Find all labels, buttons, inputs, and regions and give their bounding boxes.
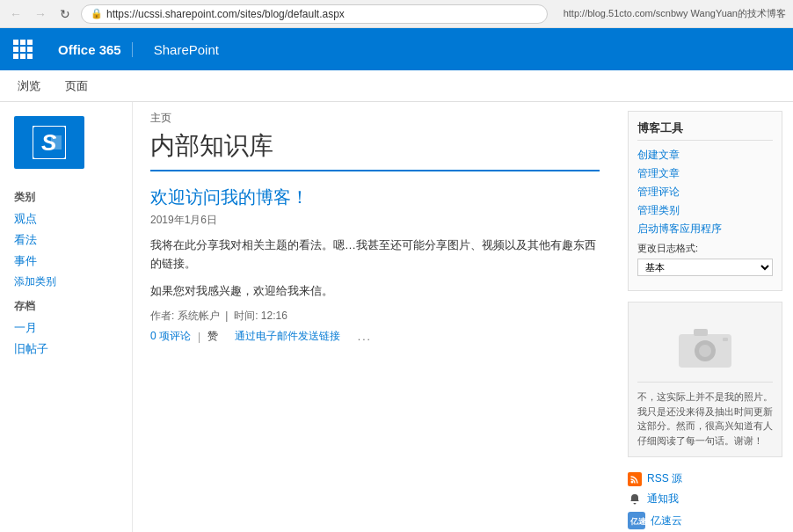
url-bar[interactable]: 🔒 https://ucssi.sharepoint.com/sites/blo… <box>81 4 548 24</box>
refresh-button[interactable]: ↻ <box>56 5 74 23</box>
notify-link[interactable]: 通知我 <box>647 492 679 506</box>
yunsu-link[interactable]: 亿速云 <box>651 514 682 528</box>
photo-description: 不，这实际上并不是我的照片。我只是还没来得及抽出时间更新这部分。然而，很高兴知道… <box>637 382 773 448</box>
add-category-link[interactable]: 添加类别 <box>0 272 132 292</box>
post-like-button[interactable]: 赞 <box>207 329 218 344</box>
tools-widget-title: 博客工具 <box>637 120 773 141</box>
post-title[interactable]: 欢迎访问我的博客！ <box>150 186 600 209</box>
sp-subnav: 浏览 页面 <box>0 70 793 102</box>
rss-row: RSS 源 <box>628 471 782 486</box>
archive-label: 存档 <box>0 292 132 317</box>
rss-icon <box>628 472 642 486</box>
logo-letter: S <box>33 126 66 159</box>
post-date: 2019年1月6日 <box>150 213 600 228</box>
main-layout: S 类别 观点 看法 事件 添加类别 存档 一月 旧帖子 主页 内部知识库 欢迎… <box>0 102 793 532</box>
sidebar-item-opinion[interactable]: 看法 <box>0 230 132 251</box>
footer-links: RSS 源 通知我 亿速 亿速云 <box>628 468 782 529</box>
post-more-button[interactable]: ... <box>358 331 372 343</box>
post-comments-link[interactable]: 0 项评论 <box>150 329 191 344</box>
manage-categories-link[interactable]: 管理类别 <box>637 203 773 218</box>
yunsu-icon: 亿速 <box>628 512 645 529</box>
subnav-browse[interactable]: 浏览 <box>14 71 44 101</box>
back-button[interactable]: ← <box>7 5 25 23</box>
o365-brand-label[interactable]: Office 365 <box>47 42 133 57</box>
sidebar-item-old[interactable]: 旧帖子 <box>0 339 132 360</box>
svg-text:亿速: 亿速 <box>629 517 645 526</box>
sharepoint-logo-icon: S <box>33 127 65 158</box>
post-time: 时间: 12:16 <box>234 310 287 322</box>
sidebar-item-event[interactable]: 事件 <box>0 251 132 272</box>
extra-text: http://blog.51cto.com/scnbwy WangYuan的技术… <box>564 7 786 20</box>
yunsu-row: 亿速 亿速云 <box>628 512 782 529</box>
rss-link[interactable]: RSS 源 <box>647 471 682 486</box>
waffle-icon <box>13 40 33 59</box>
post-body-1: 我将在此分享我对相关主题的看法。嗯…我甚至还可能分享图片、视频以及其他有趣东西的… <box>150 237 600 273</box>
svg-point-8 <box>631 480 634 483</box>
subnav-page[interactable]: 页面 <box>62 71 91 101</box>
lock-icon: 🔒 <box>91 8 103 19</box>
content-area: 主页 内部知识库 欢迎访问我的博客！ 2019年1月6日 我将在此分享我对相关主… <box>132 102 617 532</box>
photo-widget: 不，这实际上并不是我的照片。我只是还没来得及抽出时间更新这部分。然而，很高兴知道… <box>628 302 782 457</box>
post-email-link[interactable]: 通过电子邮件发送链接 <box>235 329 340 344</box>
format-select-row: 基本 标准 高级 <box>637 259 773 276</box>
forward-button[interactable]: → <box>32 5 49 23</box>
sharepoint-brand-label[interactable]: SharePoint <box>143 42 219 57</box>
svg-rect-6 <box>694 329 708 336</box>
post-actions: 0 项评论 | 赞 通过电子邮件发送链接 ... <box>150 329 600 344</box>
page-title: 内部知识库 <box>150 129 600 171</box>
create-post-link[interactable]: 创建文章 <box>637 148 773 163</box>
launch-app-link[interactable]: 启动博客应用程序 <box>637 222 773 237</box>
sidebar-item-january[interactable]: 一月 <box>0 317 132 339</box>
camera-icon <box>674 322 736 371</box>
manage-posts-link[interactable]: 管理文章 <box>637 166 773 181</box>
svg-rect-7 <box>723 338 728 341</box>
post-meta: 作者: 系统帐户 | 时间: 12:16 <box>150 309 600 324</box>
blog-tools-widget: 博客工具 创建文章 管理文章 管理评论 管理类别 启动博客应用程序 更改日志格式… <box>628 111 782 291</box>
notify-row: 通知我 <box>628 492 782 506</box>
sidebar-item-concept[interactable]: 观点 <box>0 208 132 230</box>
url-text: https://ucssi.sharepoint.com/sites/blog/… <box>106 8 345 20</box>
camera-icon-wrap <box>670 320 740 373</box>
breadcrumb: 主页 <box>150 111 600 126</box>
sidebar: S 类别 观点 看法 事件 添加类别 存档 一月 旧帖子 <box>0 102 132 532</box>
format-label: 更改日志格式: <box>637 242 773 255</box>
svg-marker-2 <box>51 135 62 149</box>
post-body-2: 如果您对我感兴趣，欢迎给我来信。 <box>150 282 600 301</box>
format-select[interactable]: 基本 标准 高级 <box>637 259 773 276</box>
o365-topbar: Office 365 SharePoint <box>0 28 793 70</box>
categories-label: 类别 <box>0 183 132 208</box>
browser-bar: ← → ↻ 🔒 https://ucssi.sharepoint.com/sit… <box>0 0 793 28</box>
manage-comments-link[interactable]: 管理评论 <box>637 185 773 200</box>
site-logo[interactable]: S <box>14 116 84 169</box>
right-column: 博客工具 创建文章 管理文章 管理评论 管理类别 启动博客应用程序 更改日志格式… <box>617 102 793 532</box>
post-author: 作者: 系统帐户 <box>150 310 220 322</box>
bell-icon <box>628 492 642 506</box>
waffle-button[interactable] <box>9 35 37 63</box>
svg-point-5 <box>699 345 711 357</box>
